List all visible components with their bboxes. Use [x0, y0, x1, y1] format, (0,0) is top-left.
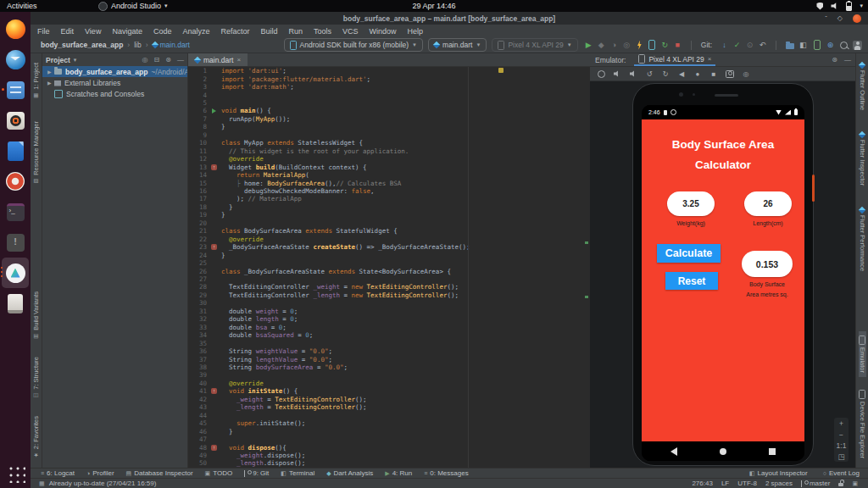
- zoom-out-button[interactable]: −: [834, 429, 849, 440]
- window-title-bar[interactable]: body_surface_area_app – main.dart [body_…: [31, 12, 868, 25]
- lock-icon[interactable]: [838, 483, 843, 486]
- menu-file[interactable]: File: [37, 27, 50, 36]
- calculate-button[interactable]: Calculate: [657, 244, 721, 263]
- toolwindow-dart-analysis[interactable]: ◆Dart Analysis: [326, 469, 373, 477]
- dock-thunderbird[interactable]: [2, 44, 29, 75]
- dock-terminal[interactable]: [2, 197, 29, 227]
- strip-item-1-project[interactable]: ▦1: Project: [32, 58, 40, 103]
- strip-item-2-favorites[interactable]: ★2: Favorites: [32, 412, 40, 463]
- hide-icon[interactable]: —: [177, 56, 184, 64]
- flutter-attach-icon[interactable]: [647, 40, 658, 51]
- run-config-dropdown[interactable]: main.dart ▼: [428, 38, 487, 52]
- volume-up-icon[interactable]: [629, 69, 637, 78]
- expand-arrow-icon[interactable]: ▶: [47, 69, 54, 75]
- close-icon[interactable]: ×: [236, 56, 241, 64]
- menu-build[interactable]: Build: [260, 27, 277, 36]
- gear-icon[interactable]: ⊛: [832, 56, 837, 64]
- dock-writer[interactable]: [2, 136, 29, 166]
- overview-icon[interactable]: [769, 448, 776, 455]
- screenshot-icon[interactable]: [726, 69, 734, 78]
- strip-item-resource-manager[interactable]: ▨Resource Manager: [32, 117, 40, 189]
- debug-icon[interactable]: ◆: [596, 40, 607, 51]
- menu-navigate[interactable]: Navigate: [112, 27, 142, 36]
- close-icon[interactable]: [853, 14, 861, 23]
- toolwindow-layout-inspector[interactable]: ◧Layout Inspector: [749, 469, 808, 477]
- toolwindow-database-inspector[interactable]: ▤Database Inspector: [126, 469, 193, 477]
- snapshots-icon[interactable]: ◎: [742, 69, 750, 78]
- menu-run[interactable]: Run: [289, 27, 303, 36]
- menu-help[interactable]: Help: [408, 27, 424, 36]
- strip-item-flutter-inspector[interactable]: Flutter Inspector: [859, 128, 866, 190]
- status-message[interactable]: Already up-to-date (27/04/21 16:59): [49, 480, 157, 487]
- run-gutter-icon[interactable]: [210, 108, 218, 114]
- clock[interactable]: 29 Apr 14:46: [0, 2, 868, 10]
- tab-pixel-4-xl[interactable]: Pixel 4 XL API 29 ×: [634, 53, 715, 66]
- weight-input[interactable]: 3.25: [667, 191, 715, 216]
- zoom-in-button[interactable]: +: [834, 418, 849, 429]
- dock-files[interactable]: [2, 75, 29, 105]
- toolwindow-4-run[interactable]: ▶4: Run: [385, 469, 412, 477]
- menu-edit[interactable]: Edit: [61, 27, 75, 36]
- profile-icon[interactable]: ◑: [609, 40, 620, 51]
- revert-icon[interactable]: ↶: [757, 40, 768, 51]
- toolwindow-profiler[interactable]: ◑Profiler: [86, 469, 114, 477]
- tree-item-scratches-and-consoles[interactable]: Scratches and Consoles: [42, 88, 187, 99]
- tab-main-dart[interactable]: main.dart ×: [188, 53, 248, 66]
- override-gutter-icon[interactable]: ↑: [210, 445, 218, 451]
- collapse-icon[interactable]: ⊟: [154, 56, 160, 64]
- locate-icon[interactable]: ◎: [142, 56, 148, 64]
- power-icon[interactable]: [597, 69, 605, 78]
- toolwindow-todo[interactable]: ▣TODO: [205, 469, 233, 477]
- cursor-position[interactable]: 276:43: [692, 480, 712, 487]
- hot-restart-icon[interactable]: ↻: [659, 40, 670, 51]
- dock-firefox[interactable]: [2, 14, 29, 44]
- home-icon[interactable]: ●: [693, 69, 702, 78]
- update-icon[interactable]: ↓: [719, 40, 730, 51]
- system-tray[interactable]: ▾: [816, 2, 863, 11]
- menu-tools[interactable]: Tools: [314, 27, 331, 36]
- phone-screen[interactable]: 2:46 Body Surface Area Calculator 3.25 2…: [642, 105, 804, 461]
- git-branch[interactable]: master: [801, 480, 830, 487]
- strip-item-device-file-explorer[interactable]: Device File Explorer: [859, 385, 866, 463]
- tree-item-external-libraries[interactable]: ▶External Libraries: [42, 77, 187, 88]
- rotate-right-icon[interactable]: ↻: [661, 69, 670, 78]
- toolwindow-9-git[interactable]: 9: Git: [244, 469, 269, 477]
- file-encoding[interactable]: UTF-8: [737, 480, 757, 487]
- menu-view[interactable]: View: [85, 27, 101, 36]
- strip-item-7-structure[interactable]: ◫7: Structure: [32, 352, 40, 403]
- commit-icon[interactable]: ✓: [732, 40, 743, 51]
- breadcrumb-item[interactable]: lib: [134, 41, 142, 49]
- strip-item-flutter-outline[interactable]: Flutter Outline: [859, 58, 866, 114]
- tool-windows-icon[interactable]: ▦: [39, 480, 45, 487]
- menu-code[interactable]: Code: [153, 27, 172, 36]
- strip-item-emulator[interactable]: Emulator: [859, 331, 866, 377]
- hide-icon[interactable]: —: [844, 56, 851, 64]
- rotate-left-icon[interactable]: ↺: [645, 69, 654, 78]
- menu-analyze[interactable]: Analyze: [182, 27, 209, 36]
- override-gutter-icon[interactable]: ↑: [210, 388, 218, 394]
- fit-screen-button[interactable]: ◳: [834, 451, 849, 462]
- dock-showapps[interactable]: [2, 458, 29, 488]
- dock-device[interactable]: [2, 288, 29, 319]
- overview-icon[interactable]: ■: [709, 69, 718, 78]
- tree-item-body-surface-area-app[interactable]: ▶body_surface_area_app~/Android/AndroidS: [42, 66, 187, 77]
- layout-inspector-icon[interactable]: ◧: [798, 40, 809, 51]
- dock-astudio[interactable]: [2, 258, 29, 288]
- history-icon[interactable]: ⊙: [744, 40, 755, 51]
- device-file-explorer-icon[interactable]: [784, 40, 795, 51]
- strip-item-build-variants[interactable]: ▤Build Variants: [32, 287, 40, 344]
- volume-down-icon[interactable]: [613, 69, 621, 78]
- dock-help[interactable]: [2, 166, 29, 197]
- override-gutter-icon[interactable]: ↑: [210, 164, 218, 170]
- project-panel-title[interactable]: Project: [46, 56, 70, 64]
- deploy-target-dropdown[interactable]: Pixel 4 XL API 29 ▼: [492, 38, 577, 52]
- toolwindow-6-logcat[interactable]: ≡6: Logcat: [41, 469, 75, 477]
- toolwindow-terminal[interactable]: ◧Terminal: [281, 469, 314, 477]
- menu-refactor[interactable]: Refactor: [220, 27, 249, 36]
- breadcrumb-item-file[interactable]: main.dart: [153, 41, 190, 49]
- menu-vcs[interactable]: VCS: [342, 27, 359, 36]
- line-separator[interactable]: LF: [721, 480, 729, 487]
- close-icon[interactable]: ×: [708, 55, 712, 63]
- chevron-down-icon[interactable]: ▾: [74, 57, 77, 64]
- strip-item-flutter-performance[interactable]: Flutter Performance: [859, 203, 866, 275]
